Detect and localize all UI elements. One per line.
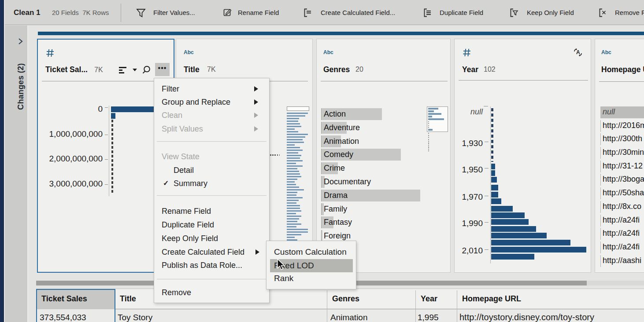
- svg-text:A: A: [576, 49, 580, 55]
